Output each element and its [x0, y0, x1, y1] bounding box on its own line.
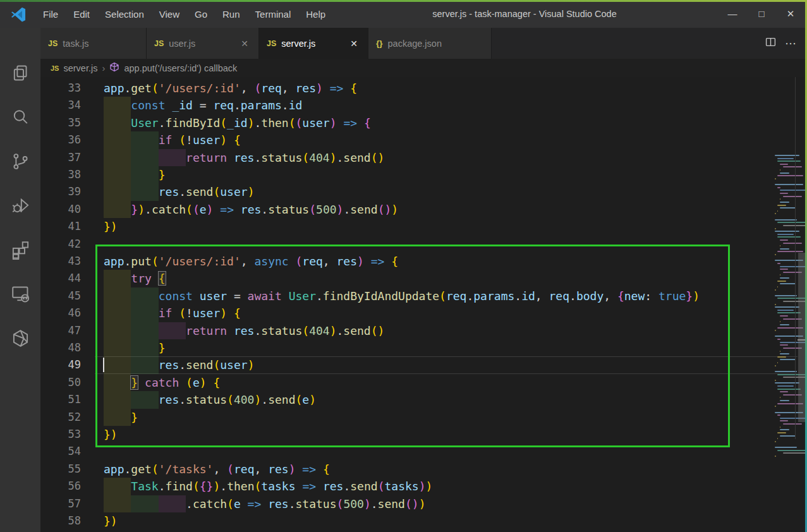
- sidebar-item-source-control[interactable]: [0, 139, 40, 183]
- code-text: const _id = req.params.id: [104, 97, 302, 114]
- line-number: 38: [40, 166, 81, 183]
- minimap-line: [780, 344, 788, 346]
- editor-line[interactable]: 47 return res.status(404).send(): [40, 322, 807, 339]
- minimap-line: [780, 172, 789, 174]
- minimap-line: [783, 452, 806, 454]
- minimap-line: [780, 324, 789, 325]
- editor-line[interactable]: 37 return res.status(404).send(): [40, 149, 807, 166]
- menu-item-edit[interactable]: Edit: [66, 0, 97, 28]
- editor-line[interactable]: 41}): [40, 218, 807, 235]
- editor-line[interactable]: 52 }: [40, 409, 807, 426]
- editor-line[interactable]: 56 Task.find({}).then(tasks => res.send(…: [40, 478, 807, 495]
- activity-bar: [0, 28, 40, 532]
- sidebar-item-run-and-debug[interactable]: [0, 183, 40, 227]
- minimap-line: [777, 234, 794, 235]
- tab-package-json[interactable]: {}package.json: [368, 28, 492, 59]
- editor-line[interactable]: 51 res.status(400).send(e): [40, 391, 807, 408]
- scrollbar-thumb[interactable]: [798, 253, 805, 422]
- split-editor-icon: [765, 37, 776, 47]
- close-icon[interactable]: ✕: [238, 37, 251, 50]
- extensions-icon: [11, 240, 30, 260]
- menu-item-help[interactable]: Help: [298, 0, 333, 28]
- editor-line[interactable]: 39 res.send(user): [40, 183, 807, 200]
- editor-line[interactable]: 54: [40, 443, 807, 460]
- minimap-line: [780, 321, 780, 322]
- minimize-button[interactable]: —: [718, 0, 747, 28]
- menu-item-selection[interactable]: Selection: [97, 0, 152, 28]
- code-text: }: [104, 166, 166, 183]
- editor-line[interactable]: 58}): [40, 512, 807, 529]
- tab-task-js[interactable]: JStask.js: [40, 28, 147, 59]
- editor-line[interactable]: 46 if (!user) {: [40, 305, 807, 322]
- line-number: 44: [40, 270, 81, 287]
- js-file-icon: JS: [267, 39, 276, 48]
- line-number: 55: [40, 461, 81, 478]
- menu-item-view[interactable]: View: [152, 0, 187, 28]
- editor-line[interactable]: 35 User.findById(_id).then((user) => {: [40, 114, 807, 131]
- breadcrumb-separator: ›: [102, 63, 105, 73]
- line-number: 58: [40, 512, 81, 529]
- tab-server-js[interactable]: JSserver.js✕: [259, 28, 368, 59]
- minimap-line: [775, 456, 776, 457]
- minimap-line: [777, 356, 786, 358]
- editor-line[interactable]: 48 }: [40, 339, 807, 356]
- menu-item-go[interactable]: Go: [187, 0, 215, 28]
- line-number: 34: [40, 97, 81, 114]
- menu-item-file[interactable]: File: [35, 0, 66, 28]
- editor-line[interactable]: 49 res.send(user): [40, 356, 807, 373]
- minimap-line: [775, 254, 776, 255]
- sidebar-item-hexagon-extension[interactable]: [0, 316, 40, 360]
- editor-line[interactable]: 50 } catch (e) {: [40, 374, 807, 391]
- minimap-line: [777, 339, 780, 340]
- minimap-line: [777, 450, 806, 451]
- close-button[interactable]: ✕: [776, 0, 805, 28]
- minimap-line: [777, 286, 778, 287]
- editor-line[interactable]: 38 }: [40, 166, 807, 183]
- minimap-line: [775, 219, 797, 221]
- editor-line[interactable]: 34 const _id = req.params.id: [40, 97, 807, 114]
- more-actions-button[interactable]: ⋯: [785, 37, 797, 51]
- sidebar-item-explorer[interactable]: [0, 51, 40, 95]
- menu-item-run[interactable]: Run: [215, 0, 248, 28]
- close-icon[interactable]: ✕: [348, 37, 360, 50]
- editor-line[interactable]: 36 if (!user) {: [40, 131, 807, 148]
- remote-explorer-icon: [11, 284, 30, 304]
- editor-line[interactable]: 42: [40, 236, 807, 253]
- line-number: 35: [40, 114, 81, 131]
- tab-label: server.js: [281, 39, 315, 49]
- editor-line[interactable]: 33app.get('/users/:id', (req, res) => {: [40, 80, 807, 97]
- minimap-line: [780, 169, 780, 171]
- minimap-line: [775, 304, 776, 305]
- minimap-line: [775, 382, 799, 384]
- minimap-line: [775, 228, 776, 229]
- minimap-line: [775, 441, 776, 442]
- sidebar-item-remote-explorer[interactable]: [0, 272, 40, 316]
- breadcrumb-symbol[interactable]: app.put('/users/:id') callback: [124, 63, 237, 73]
- breadcrumb-file[interactable]: server.js: [63, 63, 97, 73]
- editor-line[interactable]: 45 const user = await User.findByIdAndUp…: [40, 287, 807, 305]
- tab-user-js[interactable]: JSuser.js✕: [147, 28, 259, 59]
- editor-line[interactable]: 40 }).catch((e) => res.status(500).send(…: [40, 201, 807, 218]
- line-number: 43: [40, 253, 81, 270]
- minimap-line: [775, 289, 776, 291]
- line-number: 37: [40, 149, 81, 166]
- editor-line[interactable]: 43app.put('/users/:id', async (req, res)…: [40, 253, 807, 270]
- code-text: }: [104, 339, 166, 356]
- menu-item-terminal[interactable]: Terminal: [248, 0, 299, 28]
- sidebar-item-extensions[interactable]: [0, 227, 40, 272]
- editor-line[interactable]: 53}): [40, 426, 807, 443]
- line-number: 36: [40, 131, 81, 148]
- line-number: 50: [40, 374, 81, 391]
- minimap-line: [780, 269, 788, 270]
- editor-line[interactable]: 44 try {: [40, 270, 807, 287]
- maximize-button[interactable]: □: [747, 0, 776, 28]
- editor-line[interactable]: 55app.get('/tasks', (req, res) => {: [40, 461, 807, 478]
- editor-line[interactable]: 57 .catch(e => res.status(500).send()): [40, 495, 807, 512]
- code-editor[interactable]: 33app.get('/users/:id', (req, res) => {3…: [40, 77, 807, 532]
- sidebar-item-search[interactable]: [0, 95, 40, 139]
- explorer-icon: [11, 63, 30, 83]
- minimap-line: [780, 353, 789, 354]
- minimap-line: [780, 202, 789, 203]
- code-text: res.send(user): [104, 356, 254, 373]
- split-editor-button[interactable]: [765, 37, 776, 50]
